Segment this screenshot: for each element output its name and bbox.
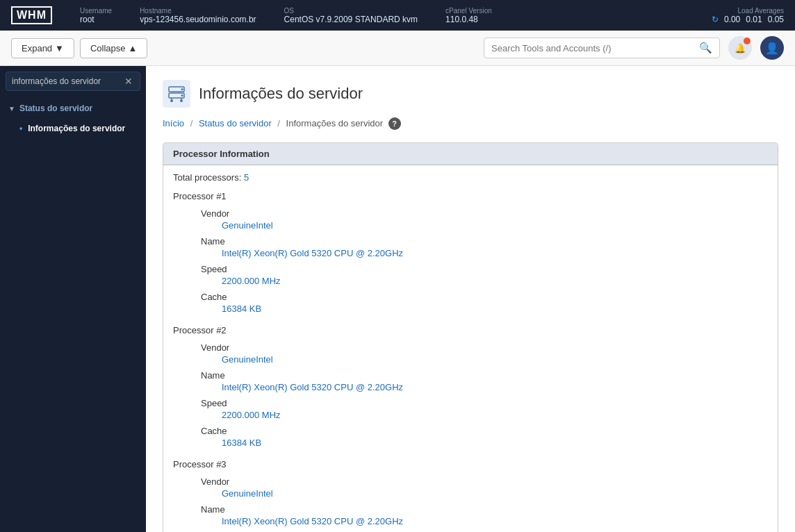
header-buttons: Expand ▼ Collapse ▲ xyxy=(11,38,147,58)
sidebar-item-server-info[interactable]: Informações do servidor xyxy=(0,119,146,138)
load-label: Load Averages xyxy=(737,7,784,15)
vendor-label-1: Vendor xyxy=(201,208,768,219)
expand-label: Expand xyxy=(22,43,52,53)
top-bar-info: Username root Hostname vps-123456.seudom… xyxy=(80,7,684,24)
sidebar-section-header[interactable]: ▼ Status do servidor xyxy=(0,98,146,119)
header-bar: Expand ▼ Collapse ▲ 🔍 🔔 👤 xyxy=(0,31,795,66)
load5: 0.01 xyxy=(746,15,762,24)
hostname-value: vps-123456.seudominio.com.br xyxy=(140,15,256,24)
load-avg-values: ↻ 0.00 0.01 0.05 xyxy=(712,15,784,24)
cache-label-2: Cache xyxy=(201,426,768,436)
cache-field-2: Cache 16384 KB xyxy=(201,426,768,448)
vendor-label-2: Vendor xyxy=(201,342,768,353)
sidebar-item-label: Informações do servidor xyxy=(28,124,125,133)
speed-label-2: Speed xyxy=(201,398,768,408)
processor-info-section: Processor Information Total processors: … xyxy=(163,142,778,532)
name-value-3: Intel(R) Xeon(R) Gold 5320 CPU @ 2.20GHz xyxy=(201,516,768,526)
vendor-field-3: Vendor GenuineIntel xyxy=(201,476,768,499)
processor-3-detail: Vendor GenuineIntel Name Intel(R) Xeon(R… xyxy=(173,476,768,526)
cpanel-label: cPanel Version xyxy=(445,7,492,15)
collapse-label: Collapse xyxy=(90,43,126,53)
breadcrumb: Início / Status do servidor / Informaçõe… xyxy=(163,117,778,130)
cache-value-1: 16384 KB xyxy=(201,304,768,314)
username-item: Username root xyxy=(80,7,112,24)
hostname-label: Hostname xyxy=(140,7,256,15)
breadcrumb-section[interactable]: Status do servidor xyxy=(199,118,272,128)
name-label-3: Name xyxy=(201,504,768,515)
processor-2-group: Processor #2 Vendor GenuineIntel Name In… xyxy=(173,325,768,448)
svg-point-3 xyxy=(181,94,183,97)
page-icon xyxy=(163,80,190,108)
sidebar-section-status: ▼ Status do servidor Informações do serv… xyxy=(0,97,146,140)
breadcrumb-sep2: / xyxy=(277,118,280,128)
chevron-down-icon: ▼ xyxy=(8,105,15,113)
username-value: root xyxy=(80,15,112,24)
load-averages: Load Averages ↻ 0.00 0.01 0.05 xyxy=(712,7,784,24)
logo: WHM xyxy=(11,6,52,24)
speed-value-2: 2200.000 MHz xyxy=(201,410,768,420)
cache-label-1: Cache xyxy=(201,292,768,302)
search-icon[interactable]: 🔍 xyxy=(699,42,712,54)
notification-badge xyxy=(744,38,751,44)
logo-text: WHM xyxy=(11,6,52,24)
section-header: Processor Information xyxy=(163,143,778,165)
processor-3-group: Processor #3 Vendor GenuineIntel Name In… xyxy=(173,459,768,526)
processor-2-detail: Vendor GenuineIntel Name Intel(R) Xeon(R… xyxy=(173,342,768,448)
help-icon[interactable]: ? xyxy=(388,117,401,130)
page-title: Informações do servidor xyxy=(199,85,363,103)
breadcrumb-current: Informações do servidor xyxy=(286,118,383,128)
total-label: Total processors: xyxy=(173,172,241,183)
processor-1-group: Processor #1 Vendor GenuineIntel Name In… xyxy=(173,191,768,314)
expand-button[interactable]: Expand ▼ xyxy=(11,38,74,58)
name-value-1: Intel(R) Xeon(R) Gold 5320 CPU @ 2.20GHz xyxy=(201,248,768,258)
speed-field-1: Speed 2200.000 MHz xyxy=(201,264,768,286)
main-layout: ✕ ▼ Status do servidor Informações do se… xyxy=(0,66,795,532)
load-icon: ↻ xyxy=(712,15,719,24)
section-body: Total processors: 5 Processor #1 Vendor … xyxy=(163,165,778,532)
vendor-value-3: GenuineIntel xyxy=(201,488,768,499)
os-value: CentOS v7.9.2009 STANDARD kvm xyxy=(284,15,418,24)
bell-button[interactable]: 🔔 xyxy=(728,36,752,60)
collapse-button[interactable]: Collapse ▲ xyxy=(80,38,147,58)
svg-point-5 xyxy=(180,99,183,102)
content-area: Informações do servidor Início / Status … xyxy=(146,66,795,532)
clear-search-button[interactable]: ✕ xyxy=(123,76,134,87)
speed-label-1: Speed xyxy=(201,264,768,274)
os-item: OS CentOS v7.9.2009 STANDARD kvm xyxy=(284,7,418,24)
processor-3-heading: Processor #3 xyxy=(173,459,768,469)
sidebar-search-input[interactable] xyxy=(12,76,123,86)
os-label: OS xyxy=(284,7,418,15)
cache-value-2: 16384 KB xyxy=(201,438,768,448)
search-box[interactable]: 🔍 xyxy=(484,38,720,58)
processor-2-heading: Processor #2 xyxy=(173,325,768,335)
svg-point-2 xyxy=(181,88,183,90)
processor-1-heading: Processor #1 xyxy=(173,191,768,201)
search-container: 🔍 🔔 👤 xyxy=(484,36,784,60)
processor-1-detail: Vendor GenuineIntel Name Intel(R) Xeon(R… xyxy=(173,208,768,314)
user-icon: 👤 xyxy=(765,42,779,55)
name-field-3: Name Intel(R) Xeon(R) Gold 5320 CPU @ 2.… xyxy=(201,504,768,526)
cpanel-item: cPanel Version 110.0.48 xyxy=(445,7,492,24)
sidebar: ✕ ▼ Status do servidor Informações do se… xyxy=(0,66,146,532)
breadcrumb-home[interactable]: Início xyxy=(163,118,184,128)
cache-field-1: Cache 16384 KB xyxy=(201,292,768,314)
total-processors-line: Total processors: 5 xyxy=(173,172,768,183)
name-field-1: Name Intel(R) Xeon(R) Gold 5320 CPU @ 2.… xyxy=(201,236,768,258)
svg-point-4 xyxy=(170,99,173,102)
collapse-icon: ▲ xyxy=(129,43,138,53)
top-bar: WHM Username root Hostname vps-123456.se… xyxy=(0,0,795,31)
expand-icon: ▼ xyxy=(55,43,64,53)
sidebar-section-label: Status do servidor xyxy=(19,103,92,113)
total-value[interactable]: 5 xyxy=(244,172,249,183)
load1: 0.00 xyxy=(724,15,740,24)
vendor-value-1: GenuineIntel xyxy=(201,220,768,231)
vendor-value-2: GenuineIntel xyxy=(201,354,768,365)
breadcrumb-sep1: / xyxy=(190,118,193,128)
cpanel-value: 110.0.48 xyxy=(445,15,492,24)
vendor-label-3: Vendor xyxy=(201,476,768,487)
user-avatar[interactable]: 👤 xyxy=(760,36,784,60)
top-bar-right: Load Averages ↻ 0.00 0.01 0.05 xyxy=(712,7,784,24)
sidebar-search[interactable]: ✕ xyxy=(6,72,140,91)
search-input[interactable] xyxy=(491,43,699,53)
name-field-2: Name Intel(R) Xeon(R) Gold 5320 CPU @ 2.… xyxy=(201,370,768,392)
